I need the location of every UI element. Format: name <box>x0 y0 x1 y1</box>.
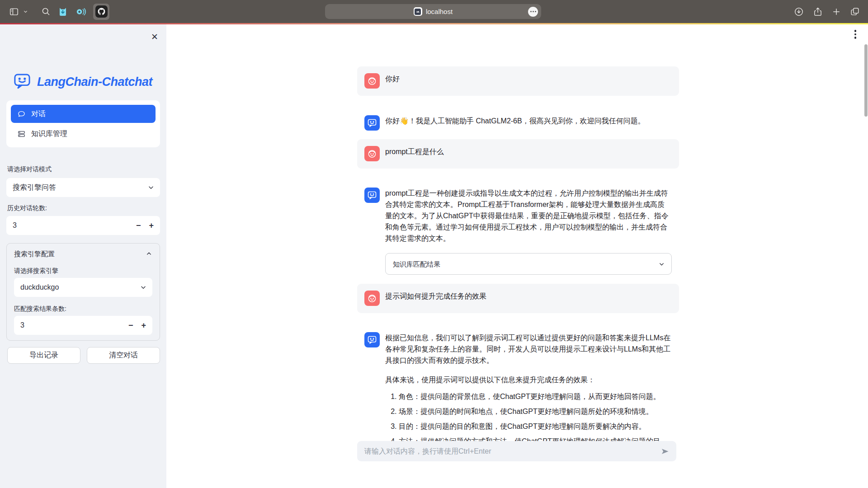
github-tab-button[interactable] <box>93 4 109 20</box>
sidebar-close-icon[interactable]: ✕ <box>151 33 158 41</box>
result-count-value: 3 <box>20 321 24 329</box>
sidebar-chevron-icon[interactable] <box>23 9 28 14</box>
tab-overview-icon[interactable] <box>850 7 860 17</box>
chat-main: 你好 你好👋！我是人工智能助手 ChatGLM2-6B，很高兴见到你，欢迎问我任… <box>166 24 868 488</box>
dialog-mode-select[interactable]: 搜索引擎问答 <box>6 178 160 197</box>
search-icon[interactable] <box>41 7 51 16</box>
assistant-avatar-icon <box>364 188 380 203</box>
expander-title: 搜索引擎配置 <box>14 250 55 258</box>
message-list-item: 角色：提供问题的背景信息，使ChatGPT更好地理解问题，从而更好地回答问题。 <box>399 391 672 402</box>
chevron-down-icon <box>140 284 147 291</box>
dialog-mode-value: 搜索引擎问答 <box>13 183 56 192</box>
share-icon[interactable] <box>813 7 823 17</box>
site-favicon <box>414 7 422 16</box>
chat-message-user: prompt工程是什么 <box>357 139 679 169</box>
result-count-label: 匹配搜索结果条数: <box>14 305 66 313</box>
history-rounds-value: 3 <box>13 221 17 230</box>
dialog-mode-label: 请选择对话模式 <box>7 165 52 174</box>
url-text: localhost <box>426 8 453 15</box>
downloads-icon[interactable] <box>794 7 804 17</box>
page-options-icon[interactable] <box>528 7 538 17</box>
message-list-item: 场景：提供问题的时间和地点，使ChatGPT更好地理解问题所处的环境和情境。 <box>399 406 672 417</box>
message-text: 提示词如何提升完成任务的效果 <box>385 291 672 306</box>
new-tab-icon[interactable] <box>832 7 841 16</box>
app-logo: LangChain-Chatchat <box>13 71 152 92</box>
nav-menu: 对话 知识库管理 <box>6 100 160 147</box>
sidebar: ✕ LangChain-Chatchat 对话 知识库管理 <box>0 24 166 488</box>
message-text: 根据已知信息，我们可以了解到提示词工程可以通过提供更好的问题和答案来提升LLMs… <box>385 332 672 366</box>
send-icon[interactable] <box>660 446 670 456</box>
history-rounds-label: 历史对话轮数: <box>7 204 47 212</box>
message-text: prompt工程是什么 <box>385 146 672 162</box>
user-avatar-icon <box>364 146 380 161</box>
export-history-button[interactable]: 导出记录 <box>7 347 80 364</box>
message-text: 你好👋！我是人工智能助手 ChatGLM2-6B，很高兴见到你，欢迎问我任何问题… <box>385 115 672 131</box>
chevron-down-icon <box>147 184 155 191</box>
ripple-star-icon[interactable] <box>75 6 86 17</box>
message-text: 你好 <box>385 73 672 89</box>
message-text: 具体来说，使用提示词可以提供以下信息来提升完成任务的效果： <box>385 374 672 385</box>
search-engine-label: 请选择搜索引擎 <box>14 267 58 275</box>
clear-dialogue-button[interactable]: 清空对话 <box>87 347 160 364</box>
chevron-down-icon <box>658 261 665 267</box>
sidebar-toggle-icon[interactable] <box>8 7 20 17</box>
nav-item-knowledge-base[interactable]: 知识库管理 <box>11 125 156 143</box>
app-menu-icon[interactable] <box>854 30 857 39</box>
app-logo-icon <box>13 71 32 92</box>
chat-input-bar <box>357 441 676 461</box>
user-avatar-icon <box>364 291 380 306</box>
app-logo-text: LangChain-Chatchat <box>37 75 152 89</box>
chevron-up-icon <box>146 250 152 258</box>
increment-button[interactable]: + <box>141 321 146 329</box>
message-text: prompt工程是一种创建提示或指导以生成文本的过程，允许用户控制模型的输出并生… <box>385 188 672 244</box>
scrollbar-thumb[interactable] <box>864 44 868 117</box>
expander-title: 知识库匹配结果 <box>393 258 440 270</box>
chat-message-assistant: 你好👋！我是人工智能助手 ChatGLM2-6B，很高兴见到你，欢迎问我任何问题… <box>357 108 679 137</box>
chat-message-assistant: prompt工程是一种创建提示或指导以生成文本的过程，允许用户控制模型的输出并生… <box>357 181 679 282</box>
increment-button[interactable]: + <box>149 221 154 230</box>
decrement-button[interactable]: − <box>136 221 141 230</box>
assistant-avatar-icon <box>364 115 380 131</box>
nav-item-label: 对话 <box>31 109 46 119</box>
address-bar[interactable]: localhost <box>325 4 541 19</box>
history-rounds-input[interactable]: 3 − + <box>6 216 160 235</box>
chat-column: 你好 你好👋！我是人工智能助手 ChatGLM2-6B，很高兴见到你，欢迎问我任… <box>357 24 679 488</box>
nav-item-dialogue[interactable]: 对话 <box>11 105 156 123</box>
github-icon <box>95 5 108 18</box>
chat-message-user: 你好 <box>357 66 679 96</box>
assistant-avatar-icon <box>364 332 380 347</box>
result-count-input[interactable]: 3 − + <box>14 316 152 335</box>
user-avatar-icon <box>364 73 380 89</box>
bookmark-cat-icon[interactable] <box>57 6 68 17</box>
chat-input[interactable] <box>357 447 676 455</box>
nav-item-label: 知识库管理 <box>31 129 67 139</box>
search-engine-value: duckduckgo <box>20 283 59 291</box>
knowledge-match-expander[interactable]: 知识库匹配结果 <box>385 253 672 275</box>
expander-header[interactable]: 搜索引擎配置 <box>14 250 152 258</box>
browser-toolbar: localhost <box>0 0 868 23</box>
search-engine-select[interactable]: duckduckgo <box>14 278 152 297</box>
message-list-item: 目的：提供问题的目的和意图，使ChatGPT更好地理解问题所要解决的内容。 <box>399 421 672 432</box>
decrement-button[interactable]: − <box>128 321 133 329</box>
search-engine-config-expander: 搜索引擎配置 请选择搜索引擎 duckduckgo 匹配搜索结果条数: 3 − … <box>6 243 160 341</box>
chat-message-user: 提示词如何提升完成任务的效果 <box>357 284 679 313</box>
